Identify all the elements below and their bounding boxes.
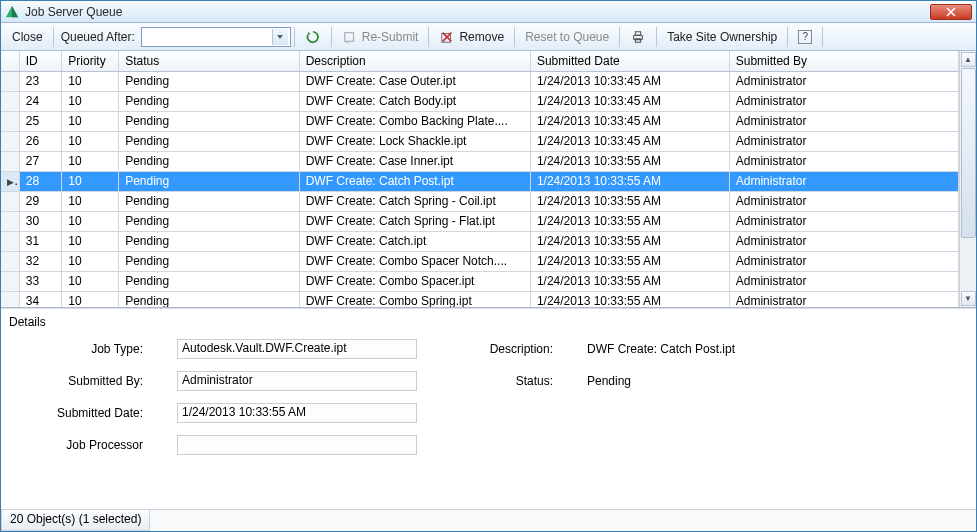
col-id[interactable]: ID (19, 51, 62, 71)
table-row[interactable]: 2310PendingDWF Create: Case Outer.ipt1/2… (1, 71, 959, 91)
job-type-label: Job Type: (17, 342, 147, 356)
resubmit-label: Re-Submit (362, 30, 419, 44)
table-row[interactable]: 2410PendingDWF Create: Catch Body.ipt1/2… (1, 91, 959, 111)
refresh-button[interactable] (298, 26, 328, 48)
scroll-up-icon[interactable]: ▲ (961, 52, 976, 67)
cell-by: Administrator (729, 171, 958, 191)
status-text: 20 Object(s) (1 selected) (1, 510, 150, 531)
description-label: Description: (447, 342, 557, 356)
cell-by: Administrator (729, 271, 958, 291)
take-ownership-button[interactable]: Take Site Ownership (660, 26, 784, 48)
cell-date: 1/24/2013 10:33:55 AM (530, 291, 729, 307)
help-icon: ? (798, 30, 812, 44)
resubmit-button[interactable]: Re-Submit (335, 26, 426, 48)
cell-date: 1/24/2013 10:33:55 AM (530, 231, 729, 251)
cell-desc: DWF Create: Lock Shackle.ipt (299, 131, 530, 151)
col-description[interactable]: Description (299, 51, 530, 71)
table-row[interactable]: 2910PendingDWF Create: Catch Spring - Co… (1, 191, 959, 211)
cell-id: 25 (19, 111, 62, 131)
cell-desc: DWF Create: Combo Spring.ipt (299, 291, 530, 307)
table-row[interactable]: 2710PendingDWF Create: Case Inner.ipt1/2… (1, 151, 959, 171)
separator (514, 27, 515, 47)
row-indicator (1, 171, 19, 191)
row-indicator (1, 71, 19, 91)
cell-status: Pending (119, 171, 300, 191)
cell-id: 30 (19, 211, 62, 231)
cell-desc: DWF Create: Catch Post.ipt (299, 171, 530, 191)
col-status[interactable]: Status (119, 51, 300, 71)
cell-desc: DWF Create: Combo Spacer Notch.... (299, 251, 530, 271)
cell-priority: 10 (62, 271, 119, 291)
job-grid[interactable]: ID Priority Status Description Submitted… (1, 51, 959, 307)
job-processor-value (177, 435, 417, 455)
vertical-scrollbar[interactable]: ▲ ▼ (959, 51, 976, 307)
take-ownership-label: Take Site Ownership (667, 30, 777, 44)
cell-desc: DWF Create: Catch Body.ipt (299, 91, 530, 111)
details-heading: Details (9, 315, 968, 329)
cell-by: Administrator (729, 291, 958, 307)
header-row: ID Priority Status Description Submitted… (1, 51, 959, 71)
row-indicator (1, 231, 19, 251)
table-row[interactable]: 2610PendingDWF Create: Lock Shackle.ipt1… (1, 131, 959, 151)
separator (428, 27, 429, 47)
close-button[interactable]: Close (5, 26, 50, 48)
cell-status: Pending (119, 71, 300, 91)
job-type-value: Autodesk.Vault.DWF.Create.ipt (177, 339, 417, 359)
col-submitted-by[interactable]: Submitted By (729, 51, 958, 71)
table-row[interactable]: 3210PendingDWF Create: Combo Spacer Notc… (1, 251, 959, 271)
cell-by: Administrator (729, 71, 958, 91)
separator (53, 27, 54, 47)
cell-id: 26 (19, 131, 62, 151)
table-row[interactable]: 3010PendingDWF Create: Catch Spring - Fl… (1, 211, 959, 231)
cell-by: Administrator (729, 211, 958, 231)
cell-id: 24 (19, 91, 62, 111)
cell-priority: 10 (62, 231, 119, 251)
cell-priority: 10 (62, 291, 119, 307)
table-row[interactable]: 3110PendingDWF Create: Catch.ipt1/24/201… (1, 231, 959, 251)
queued-after-dropdown[interactable] (141, 27, 291, 47)
cell-id: 23 (19, 71, 62, 91)
cell-id: 32 (19, 251, 62, 271)
print-button[interactable] (623, 26, 653, 48)
scroll-thumb[interactable] (961, 68, 976, 238)
cell-desc: DWF Create: Catch Spring - Flat.ipt (299, 211, 530, 231)
reset-button[interactable]: Reset to Queue (518, 26, 616, 48)
cell-date: 1/24/2013 10:33:55 AM (530, 171, 729, 191)
remove-button[interactable]: Remove (432, 26, 511, 48)
scroll-down-icon[interactable]: ▼ (961, 291, 976, 306)
submitted-by-label: Submitted By: (17, 374, 147, 388)
cell-priority: 10 (62, 191, 119, 211)
scroll-track[interactable] (961, 68, 976, 290)
cell-priority: 10 (62, 211, 119, 231)
cell-id: 27 (19, 151, 62, 171)
table-row[interactable]: 2810PendingDWF Create: Catch Post.ipt1/2… (1, 171, 959, 191)
cell-date: 1/24/2013 10:33:55 AM (530, 191, 729, 211)
cell-priority: 10 (62, 171, 119, 191)
cell-priority: 10 (62, 131, 119, 151)
cell-by: Administrator (729, 151, 958, 171)
row-indicator (1, 251, 19, 271)
table-row[interactable]: 3410PendingDWF Create: Combo Spring.ipt1… (1, 291, 959, 307)
table-row[interactable]: 3310PendingDWF Create: Combo Spacer.ipt1… (1, 271, 959, 291)
queued-after-label: Queued After: (57, 30, 139, 44)
cell-id: 28 (19, 171, 62, 191)
cell-by: Administrator (729, 131, 958, 151)
col-submitted-date[interactable]: Submitted Date (530, 51, 729, 71)
remove-label: Remove (459, 30, 504, 44)
help-button[interactable]: ? (791, 26, 819, 48)
cell-desc: DWF Create: Catch Spring - Coil.ipt (299, 191, 530, 211)
app-icon (5, 5, 19, 19)
submitted-date-label: Submitted Date: (17, 406, 147, 420)
col-priority[interactable]: Priority (62, 51, 119, 71)
cell-id: 31 (19, 231, 62, 251)
grid-container: ID Priority Status Description Submitted… (1, 51, 976, 308)
cell-status: Pending (119, 131, 300, 151)
cell-status: Pending (119, 111, 300, 131)
close-window-button[interactable] (930, 4, 972, 20)
cell-date: 1/24/2013 10:33:55 AM (530, 211, 729, 231)
cell-desc: DWF Create: Case Inner.ipt (299, 151, 530, 171)
window-title: Job Server Queue (25, 5, 122, 19)
cell-by: Administrator (729, 231, 958, 251)
cell-desc: DWF Create: Case Outer.ipt (299, 71, 530, 91)
table-row[interactable]: 2510PendingDWF Create: Combo Backing Pla… (1, 111, 959, 131)
